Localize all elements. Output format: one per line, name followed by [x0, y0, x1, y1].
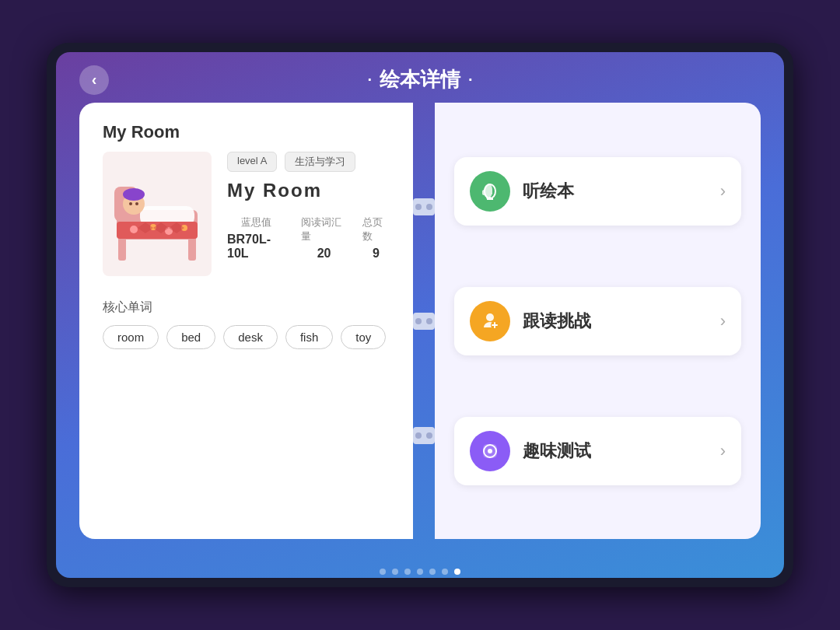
connector-3 — [413, 427, 435, 444]
words-row: room bed desk fish toy — [103, 325, 390, 349]
listen-label: 听绘本 — [523, 180, 708, 203]
svg-rect-0 — [118, 237, 126, 261]
svg-rect-1 — [188, 237, 196, 261]
stat-value-lexile: BR70L-10L — [227, 233, 285, 261]
svg-point-24 — [488, 449, 492, 453]
svg-point-6 — [130, 226, 138, 233]
reading-button[interactable]: 跟读挑战 › — [454, 287, 741, 355]
word-toy[interactable]: toy — [341, 325, 386, 349]
stat-pages: 总页数 9 — [362, 215, 390, 261]
svg-point-16 — [135, 202, 138, 205]
quiz-label: 趣味测试 — [523, 439, 708, 463]
reading-arrow: › — [720, 311, 726, 331]
word-desk[interactable]: desk — [223, 325, 278, 349]
word-bed[interactable]: bed — [166, 325, 215, 349]
page-dot-5 — [429, 569, 436, 575]
level-tag: level A — [227, 152, 277, 172]
back-button[interactable]: ‹ — [79, 65, 109, 95]
book-cover — [103, 152, 212, 276]
book-title-main: My Room — [103, 122, 390, 142]
reading-label: 跟读挑战 — [523, 310, 708, 333]
quiz-arrow: › — [720, 441, 726, 461]
header: ‹ 绘本详情 — [56, 52, 784, 103]
left-panel: My Room — [79, 103, 413, 539]
stat-value-pages: 9 — [373, 247, 380, 261]
core-words-section: 核心单词 room bed desk fish toy — [103, 299, 390, 349]
reading-icon — [470, 301, 510, 341]
connector-1 — [413, 198, 435, 215]
connector-dot-2 — [413, 313, 435, 330]
tablet-screen: ‹ 绘本详情 My Room — [56, 52, 784, 578]
stat-lexile: 蓝思值 BR70L-10L — [227, 215, 285, 261]
core-words-title: 核心单词 — [103, 299, 390, 316]
page-dot-4 — [417, 569, 423, 575]
book-content-area: level A 生活与学习 My Room 蓝思值 BR70L-10L 阅读词汇… — [103, 152, 390, 276]
right-panel: 听绘本 › 跟读挑战 › — [435, 103, 761, 539]
listen-icon — [470, 171, 510, 212]
stat-label-pages: 总页数 — [362, 215, 390, 243]
main-content: My Room — [56, 103, 784, 562]
word-room[interactable]: room — [103, 325, 159, 349]
stats-row: 蓝思值 BR70L-10L 阅读词汇量 20 总页数 9 — [227, 215, 390, 261]
word-fish[interactable]: fish — [285, 325, 333, 349]
svg-point-15 — [129, 202, 132, 205]
book-name: My Room — [227, 180, 390, 201]
connector-2 — [413, 313, 435, 330]
page-dot-1 — [380, 569, 386, 575]
stat-label-vocab: 阅读词汇量 — [301, 215, 347, 243]
stat-vocab: 阅读词汇量 20 — [301, 215, 347, 261]
bed-illustration — [110, 163, 204, 264]
quiz-icon — [470, 431, 510, 471]
connector-dot-1 — [413, 198, 435, 215]
svg-point-14 — [123, 188, 145, 201]
page-dot-2 — [392, 569, 398, 575]
category-tag: 生活与学习 — [285, 152, 355, 172]
page-title: 绘本详情 — [367, 66, 472, 93]
page-dot-3 — [404, 569, 411, 575]
connectors — [413, 103, 435, 539]
tablet-frame: ‹ 绘本详情 My Room — [47, 43, 793, 587]
svg-point-20 — [486, 313, 494, 321]
book-info-right: level A 生活与学习 My Room 蓝思值 BR70L-10L 阅读词汇… — [227, 152, 390, 276]
quiz-button[interactable]: 趣味测试 › — [454, 417, 741, 485]
page-dot-7 — [454, 569, 460, 575]
bottom-bar — [56, 562, 784, 578]
tags-row: level A 生活与学习 — [227, 152, 390, 172]
connector-dot-3 — [413, 427, 435, 444]
stat-value-vocab: 20 — [317, 247, 331, 261]
listen-arrow: › — [720, 181, 726, 201]
listen-button[interactable]: 听绘本 › — [454, 157, 741, 226]
page-dot-6 — [442, 569, 448, 575]
stat-label-lexile: 蓝思值 — [241, 215, 271, 229]
